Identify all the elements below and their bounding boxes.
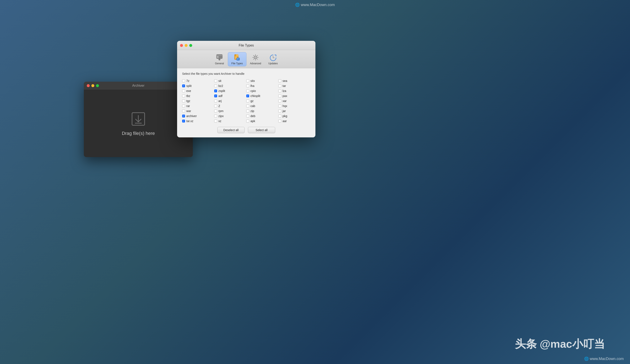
- ft-close-button[interactable]: [180, 44, 183, 47]
- filetype-item: bz2: [214, 84, 246, 87]
- filetype-checkbox-apk[interactable]: [246, 120, 249, 122]
- filetype-checkbox-archiver[interactable]: [182, 115, 185, 117]
- filetype-checkbox-bz2[interactable]: [214, 84, 217, 87]
- tab-advanced-label: Advanced: [250, 62, 261, 65]
- filetype-label-jar: jar: [282, 109, 286, 113]
- filetype-label-7z: 7z: [186, 79, 190, 82]
- filetype-item: sit: [214, 79, 246, 82]
- filetype-checkbox-pkg[interactable]: [278, 115, 281, 117]
- filetype-checkbox-adf[interactable]: [214, 94, 217, 97]
- filetype-checkbox-tar.xz[interactable]: [182, 120, 185, 122]
- filetype-label-aar: aar: [282, 119, 287, 123]
- filetype-checkbox-lha[interactable]: [246, 84, 249, 87]
- svg-point-16: [255, 57, 256, 58]
- ft-buttons: Deselect all Select all: [182, 127, 310, 133]
- filetype-label-tbz: tbz: [186, 94, 190, 98]
- ft-toolbar: General File Types: [177, 50, 316, 68]
- filetype-label-deb: deb: [250, 114, 255, 118]
- svg-rect-13: [237, 58, 239, 59]
- ft-maximize-button[interactable]: [189, 44, 192, 47]
- filetype-item: Z: [214, 104, 246, 108]
- archiver-content: Drag file(s) here: [84, 90, 193, 157]
- updates-icon: [269, 54, 277, 61]
- filetype-checkbox-7z[interactable]: [182, 79, 185, 82]
- filetype-item: rar: [182, 104, 214, 108]
- filetype-checkbox-deb[interactable]: [246, 115, 249, 117]
- filetype-label-xz: xz: [218, 119, 221, 123]
- filetype-label-bz2: bz2: [218, 84, 223, 87]
- filetype-checkbox-xar[interactable]: [278, 99, 281, 102]
- archiver-minimize-button[interactable]: [92, 84, 94, 87]
- filetype-checkbox-sea[interactable]: [278, 79, 281, 82]
- ft-grid: 7zsitsitxseasplitbz2lhatarexezsplitcpiol…: [182, 79, 310, 123]
- svg-rect-4: [216, 55, 222, 56]
- filetype-checkbox-zsplit[interactable]: [214, 89, 217, 92]
- filetype-checkbox-pax[interactable]: [278, 94, 281, 97]
- filetype-label-cpio: cpio: [250, 89, 256, 93]
- filetype-item: hqx: [278, 104, 310, 108]
- filetype-checkbox-jar[interactable]: [278, 109, 281, 112]
- filetype-label-rar: rar: [186, 104, 190, 108]
- filetype-item: archiver: [182, 114, 214, 118]
- filetype-checkbox-arj[interactable]: [214, 99, 217, 102]
- filetype-checkbox-aar[interactable]: [278, 120, 281, 122]
- ft-instruction: Select the file types you want Archiver …: [182, 72, 310, 75]
- filetype-item: deb: [246, 114, 278, 118]
- filetype-checkbox-rar[interactable]: [182, 104, 185, 107]
- archiver-close-button[interactable]: [87, 84, 90, 87]
- filetype-checkbox-tar[interactable]: [278, 84, 281, 87]
- filetype-item: chksplit: [246, 94, 278, 98]
- filetype-item: zsplit: [214, 89, 246, 93]
- filetype-item: 7z: [182, 79, 214, 82]
- filetype-checkbox-split[interactable]: [182, 84, 185, 87]
- filetype-item: pax: [278, 94, 310, 98]
- filetype-label-tar.xz: tar.xz: [186, 119, 193, 123]
- filetype-checkbox-cpio[interactable]: [246, 89, 249, 92]
- filetype-item: xz: [214, 119, 246, 123]
- filetypes-window: File Types General: [177, 41, 316, 137]
- filetype-item: apk: [246, 119, 278, 123]
- svg-rect-5: [217, 56, 218, 58]
- filetype-checkbox-lza[interactable]: [278, 89, 281, 92]
- filetype-item: gz: [246, 99, 278, 103]
- filetype-checkbox-tbz[interactable]: [182, 94, 185, 97]
- filetype-item: sitx: [246, 79, 278, 82]
- filetype-checkbox-exe[interactable]: [182, 89, 185, 92]
- filetype-checkbox-chksplit[interactable]: [246, 94, 249, 97]
- filetype-checkbox-Z[interactable]: [214, 104, 217, 107]
- filetype-checkbox-gz[interactable]: [246, 99, 249, 102]
- filetype-checkbox-sit[interactable]: [214, 79, 217, 82]
- tab-advanced[interactable]: Advanced: [246, 52, 265, 66]
- filetype-label-adf: adf: [218, 94, 222, 98]
- filetype-checkbox-zip[interactable]: [246, 109, 249, 112]
- filetype-checkbox-tgz[interactable]: [182, 99, 185, 102]
- filetype-item: zipx: [214, 114, 246, 118]
- filetype-item: war: [182, 109, 214, 113]
- ft-minimize-button[interactable]: [185, 44, 188, 47]
- deselect-all-button[interactable]: Deselect all: [217, 127, 244, 133]
- filetype-checkbox-zipx[interactable]: [214, 115, 217, 117]
- filetype-checkbox-sitx[interactable]: [246, 79, 249, 82]
- svg-rect-11: [235, 58, 236, 59]
- tab-updates[interactable]: Updates: [265, 52, 282, 66]
- tab-file-types[interactable]: File Types: [228, 52, 246, 66]
- archiver-window: Archiver Drag file(s) here: [84, 82, 193, 157]
- filetype-checkbox-xz[interactable]: [214, 120, 217, 122]
- svg-rect-8: [236, 54, 238, 56]
- archiver-title: Archiver: [132, 84, 144, 87]
- filetype-label-zipx: zipx: [218, 114, 224, 118]
- filetype-checkbox-hqx[interactable]: [278, 104, 281, 107]
- tab-general[interactable]: General: [211, 52, 228, 66]
- archiver-maximize-button[interactable]: [96, 84, 99, 87]
- filetype-checkbox-cab[interactable]: [246, 104, 249, 107]
- filetype-item: jar: [278, 109, 310, 113]
- filetype-checkbox-war[interactable]: [182, 109, 185, 112]
- tab-general-label: General: [215, 62, 224, 65]
- select-all-button[interactable]: Select all: [248, 127, 275, 133]
- filetype-label-sit: sit: [218, 79, 221, 82]
- filetype-item: tar: [278, 84, 310, 87]
- filetype-item: xar: [278, 99, 310, 103]
- filetype-label-war: war: [186, 109, 191, 113]
- filetype-checkbox-rpm[interactable]: [214, 109, 217, 112]
- filetype-label-cab: cab: [250, 104, 255, 108]
